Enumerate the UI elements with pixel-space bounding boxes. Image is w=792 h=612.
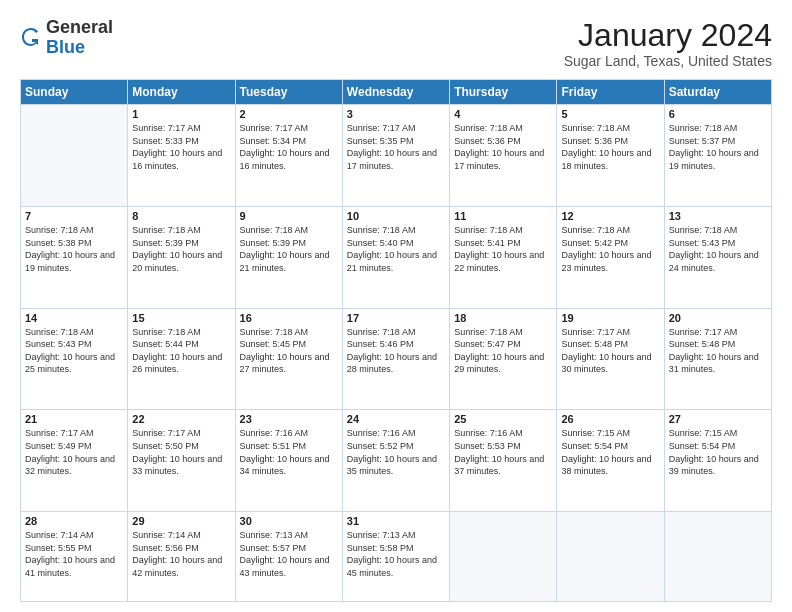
day-info: Sunrise: 7:16 AMSunset: 5:52 PMDaylight:… xyxy=(347,427,445,477)
day-number: 30 xyxy=(240,515,338,527)
calendar-cell: 24Sunrise: 7:16 AMSunset: 5:52 PMDayligh… xyxy=(342,410,449,512)
calendar-cell: 9Sunrise: 7:18 AMSunset: 5:39 PMDaylight… xyxy=(235,206,342,308)
logo-blue-text: Blue xyxy=(46,37,85,57)
week-row-5: 28Sunrise: 7:14 AMSunset: 5:55 PMDayligh… xyxy=(21,512,772,602)
calendar-cell: 20Sunrise: 7:17 AMSunset: 5:48 PMDayligh… xyxy=(664,308,771,410)
calendar-cell: 18Sunrise: 7:18 AMSunset: 5:47 PMDayligh… xyxy=(450,308,557,410)
calendar-cell: 1Sunrise: 7:17 AMSunset: 5:33 PMDaylight… xyxy=(128,105,235,207)
day-number: 9 xyxy=(240,210,338,222)
day-number: 11 xyxy=(454,210,552,222)
day-number: 31 xyxy=(347,515,445,527)
calendar-cell: 3Sunrise: 7:17 AMSunset: 5:35 PMDaylight… xyxy=(342,105,449,207)
day-number: 27 xyxy=(669,413,767,425)
day-info: Sunrise: 7:18 AMSunset: 5:41 PMDaylight:… xyxy=(454,224,552,274)
calendar-cell: 16Sunrise: 7:18 AMSunset: 5:45 PMDayligh… xyxy=(235,308,342,410)
calendar-cell: 21Sunrise: 7:17 AMSunset: 5:49 PMDayligh… xyxy=(21,410,128,512)
day-info: Sunrise: 7:17 AMSunset: 5:48 PMDaylight:… xyxy=(669,326,767,376)
day-number: 17 xyxy=(347,312,445,324)
day-number: 21 xyxy=(25,413,123,425)
weekday-header-saturday: Saturday xyxy=(664,80,771,105)
calendar-cell xyxy=(21,105,128,207)
calendar-cell: 25Sunrise: 7:16 AMSunset: 5:53 PMDayligh… xyxy=(450,410,557,512)
day-info: Sunrise: 7:18 AMSunset: 5:37 PMDaylight:… xyxy=(669,122,767,172)
day-info: Sunrise: 7:13 AMSunset: 5:57 PMDaylight:… xyxy=(240,529,338,579)
title-block: January 2024 Sugar Land, Texas, United S… xyxy=(564,18,772,69)
day-number: 4 xyxy=(454,108,552,120)
day-info: Sunrise: 7:18 AMSunset: 5:43 PMDaylight:… xyxy=(669,224,767,274)
day-info: Sunrise: 7:14 AMSunset: 5:55 PMDaylight:… xyxy=(25,529,123,579)
day-number: 24 xyxy=(347,413,445,425)
day-number: 6 xyxy=(669,108,767,120)
day-info: Sunrise: 7:15 AMSunset: 5:54 PMDaylight:… xyxy=(561,427,659,477)
calendar-cell: 15Sunrise: 7:18 AMSunset: 5:44 PMDayligh… xyxy=(128,308,235,410)
calendar-cell: 29Sunrise: 7:14 AMSunset: 5:56 PMDayligh… xyxy=(128,512,235,602)
calendar-cell xyxy=(557,512,664,602)
weekday-header-row: SundayMondayTuesdayWednesdayThursdayFrid… xyxy=(21,80,772,105)
calendar-cell xyxy=(664,512,771,602)
week-row-3: 14Sunrise: 7:18 AMSunset: 5:43 PMDayligh… xyxy=(21,308,772,410)
day-info: Sunrise: 7:16 AMSunset: 5:53 PMDaylight:… xyxy=(454,427,552,477)
day-info: Sunrise: 7:18 AMSunset: 5:39 PMDaylight:… xyxy=(132,224,230,274)
day-number: 14 xyxy=(25,312,123,324)
day-number: 23 xyxy=(240,413,338,425)
calendar-cell: 11Sunrise: 7:18 AMSunset: 5:41 PMDayligh… xyxy=(450,206,557,308)
day-number: 16 xyxy=(240,312,338,324)
month-title: January 2024 xyxy=(564,18,772,53)
calendar-cell: 5Sunrise: 7:18 AMSunset: 5:36 PMDaylight… xyxy=(557,105,664,207)
logo-general-text: General xyxy=(46,17,113,37)
calendar-cell: 14Sunrise: 7:18 AMSunset: 5:43 PMDayligh… xyxy=(21,308,128,410)
day-number: 26 xyxy=(561,413,659,425)
logo-icon xyxy=(20,27,42,49)
calendar-cell: 12Sunrise: 7:18 AMSunset: 5:42 PMDayligh… xyxy=(557,206,664,308)
page: General Blue January 2024 Sugar Land, Te… xyxy=(0,0,792,612)
calendar-cell: 17Sunrise: 7:18 AMSunset: 5:46 PMDayligh… xyxy=(342,308,449,410)
calendar-cell: 6Sunrise: 7:18 AMSunset: 5:37 PMDaylight… xyxy=(664,105,771,207)
day-number: 19 xyxy=(561,312,659,324)
header: General Blue January 2024 Sugar Land, Te… xyxy=(20,18,772,69)
location: Sugar Land, Texas, United States xyxy=(564,53,772,69)
day-number: 20 xyxy=(669,312,767,324)
day-number: 15 xyxy=(132,312,230,324)
logo: General Blue xyxy=(20,18,113,58)
day-info: Sunrise: 7:14 AMSunset: 5:56 PMDaylight:… xyxy=(132,529,230,579)
week-row-4: 21Sunrise: 7:17 AMSunset: 5:49 PMDayligh… xyxy=(21,410,772,512)
weekday-header-friday: Friday xyxy=(557,80,664,105)
day-number: 13 xyxy=(669,210,767,222)
day-info: Sunrise: 7:16 AMSunset: 5:51 PMDaylight:… xyxy=(240,427,338,477)
calendar-cell: 7Sunrise: 7:18 AMSunset: 5:38 PMDaylight… xyxy=(21,206,128,308)
weekday-header-monday: Monday xyxy=(128,80,235,105)
calendar-cell: 8Sunrise: 7:18 AMSunset: 5:39 PMDaylight… xyxy=(128,206,235,308)
day-info: Sunrise: 7:18 AMSunset: 5:45 PMDaylight:… xyxy=(240,326,338,376)
calendar-cell: 30Sunrise: 7:13 AMSunset: 5:57 PMDayligh… xyxy=(235,512,342,602)
day-info: Sunrise: 7:18 AMSunset: 5:36 PMDaylight:… xyxy=(454,122,552,172)
calendar-cell: 2Sunrise: 7:17 AMSunset: 5:34 PMDaylight… xyxy=(235,105,342,207)
day-info: Sunrise: 7:13 AMSunset: 5:58 PMDaylight:… xyxy=(347,529,445,579)
day-info: Sunrise: 7:17 AMSunset: 5:35 PMDaylight:… xyxy=(347,122,445,172)
weekday-header-tuesday: Tuesday xyxy=(235,80,342,105)
weekday-header-sunday: Sunday xyxy=(21,80,128,105)
day-info: Sunrise: 7:18 AMSunset: 5:40 PMDaylight:… xyxy=(347,224,445,274)
calendar-cell: 10Sunrise: 7:18 AMSunset: 5:40 PMDayligh… xyxy=(342,206,449,308)
day-number: 29 xyxy=(132,515,230,527)
calendar-table: SundayMondayTuesdayWednesdayThursdayFrid… xyxy=(20,79,772,602)
calendar-cell: 31Sunrise: 7:13 AMSunset: 5:58 PMDayligh… xyxy=(342,512,449,602)
day-info: Sunrise: 7:18 AMSunset: 5:39 PMDaylight:… xyxy=(240,224,338,274)
weekday-header-thursday: Thursday xyxy=(450,80,557,105)
day-number: 1 xyxy=(132,108,230,120)
day-info: Sunrise: 7:18 AMSunset: 5:44 PMDaylight:… xyxy=(132,326,230,376)
day-info: Sunrise: 7:18 AMSunset: 5:38 PMDaylight:… xyxy=(25,224,123,274)
day-info: Sunrise: 7:17 AMSunset: 5:48 PMDaylight:… xyxy=(561,326,659,376)
calendar-cell: 4Sunrise: 7:18 AMSunset: 5:36 PMDaylight… xyxy=(450,105,557,207)
week-row-1: 1Sunrise: 7:17 AMSunset: 5:33 PMDaylight… xyxy=(21,105,772,207)
weekday-header-wednesday: Wednesday xyxy=(342,80,449,105)
day-number: 18 xyxy=(454,312,552,324)
calendar-cell: 27Sunrise: 7:15 AMSunset: 5:54 PMDayligh… xyxy=(664,410,771,512)
calendar-cell: 23Sunrise: 7:16 AMSunset: 5:51 PMDayligh… xyxy=(235,410,342,512)
day-number: 8 xyxy=(132,210,230,222)
day-info: Sunrise: 7:18 AMSunset: 5:47 PMDaylight:… xyxy=(454,326,552,376)
calendar-cell: 26Sunrise: 7:15 AMSunset: 5:54 PMDayligh… xyxy=(557,410,664,512)
day-info: Sunrise: 7:17 AMSunset: 5:50 PMDaylight:… xyxy=(132,427,230,477)
day-number: 10 xyxy=(347,210,445,222)
day-info: Sunrise: 7:17 AMSunset: 5:49 PMDaylight:… xyxy=(25,427,123,477)
day-info: Sunrise: 7:17 AMSunset: 5:33 PMDaylight:… xyxy=(132,122,230,172)
